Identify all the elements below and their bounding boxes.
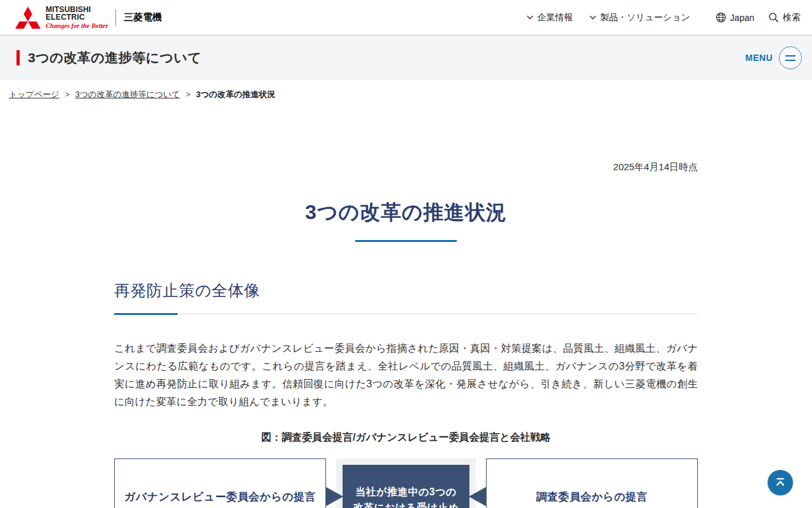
- logo-line2: ELECTRIC: [46, 13, 108, 21]
- investigation-committee-box: 調査委員会からの提言: [486, 458, 698, 508]
- arrow-left-icon: [469, 487, 486, 506]
- subheader-title: 3つの改革の進捗等について: [28, 49, 202, 67]
- globe-icon: [716, 12, 726, 23]
- top-navigation: 企業情報 製品・ソリューション Japan: [527, 12, 801, 23]
- breadcrumb-separator: >: [186, 90, 190, 99]
- breadcrumb: トップページ > 3つの改革の進捗等について > 3つの改革の推進状況: [0, 80, 812, 109]
- chevron-down-icon: [589, 15, 596, 20]
- subheader-title-group: 3つの改革の進捗等について: [16, 49, 202, 67]
- logo-wordmark: MITSUBISHI ELECTRIC Changes for the Bett…: [46, 6, 108, 30]
- center-panel: 当社が推進中の3つの 改革における受け止め: [336, 458, 476, 508]
- region-label: Japan: [730, 13, 754, 23]
- figure-caption: 図：調査委員会提言/ガバナンスレビュー委員会提言と会社戦略: [114, 431, 698, 444]
- title-underline: [355, 240, 457, 242]
- red-accent-bar: [16, 50, 20, 65]
- nav-products-label: 製品・ソリューション: [600, 12, 690, 23]
- nav-corporate-label: 企業情報: [537, 12, 573, 23]
- search-icon: [768, 12, 779, 23]
- menu-label: MENU: [745, 53, 773, 63]
- hamburger-menu-icon: [779, 46, 802, 69]
- nav-corporate[interactable]: 企業情報: [527, 12, 573, 23]
- arrow-right-icon: [326, 487, 343, 506]
- chevron-down-icon: [527, 15, 534, 20]
- global-header: MITSUBISHI ELECTRIC Changes for the Bett…: [0, 0, 812, 35]
- logo-divider: [115, 10, 116, 26]
- scroll-to-top-button[interactable]: [768, 470, 793, 495]
- governance-review-box: ガバナンスレビュー委員会からの提言: [114, 458, 326, 508]
- brand-logo[interactable]: MITSUBISHI ELECTRIC Changes for the Bett…: [8, 6, 162, 30]
- company-response-line1: 当社が推進中の3つの: [355, 484, 456, 500]
- to-top-icon: [773, 476, 787, 490]
- brand-tagline: Changes for the Better: [46, 23, 108, 30]
- as-of-date: 2025年4月14日時点: [114, 161, 698, 173]
- logo-line1: MITSUBISHI: [46, 6, 108, 13]
- page-title: 3つの改革の推進状況: [114, 199, 698, 227]
- breadcrumb-current: 3つの改革の推進状況: [196, 89, 275, 100]
- search-button[interactable]: 検索: [768, 12, 801, 23]
- strategy-diagram: ガバナンスレビュー委員会からの提言 当社が推進中の3つの 改革における受け止め …: [114, 458, 698, 508]
- main-content: 2025年4月14日時点 3つの改革の推進状況 再発防止策の全体像 これまで調査…: [114, 161, 698, 508]
- search-label: 検索: [783, 12, 801, 23]
- company-response-line2: 改革における受け止め: [353, 500, 459, 508]
- investigation-committee-box-label: 調査委員会からの提言: [536, 490, 648, 504]
- mitsubishi-three-diamond-icon: [15, 6, 41, 29]
- governance-review-box-label: ガバナンスレビュー委員会からの提言: [124, 490, 316, 504]
- breadcrumb-separator: >: [65, 90, 70, 99]
- section-paragraph: これまで調査委員会およびガバナンスレビュー委員会から指摘された原因・真因・対策提…: [114, 340, 698, 411]
- nav-utility-group: Japan 検索: [716, 12, 801, 23]
- menu-button[interactable]: MENU: [745, 46, 802, 69]
- section-heading-wrap: 再発防止策の全体像: [114, 280, 698, 314]
- company-name-jp: 三菱電機: [124, 11, 162, 23]
- nav-products[interactable]: 製品・ソリューション: [589, 12, 690, 23]
- region-selector[interactable]: Japan: [716, 12, 754, 23]
- page-subheader: 3つの改革の進捗等について MENU: [0, 35, 812, 80]
- section-heading: 再発防止策の全体像: [114, 280, 698, 301]
- breadcrumb-parent-link[interactable]: 3つの改革の進捗等について: [75, 89, 180, 100]
- breadcrumb-home-link[interactable]: トップページ: [9, 89, 60, 100]
- company-response-box: 当社が推進中の3つの 改革における受け止め: [343, 465, 469, 508]
